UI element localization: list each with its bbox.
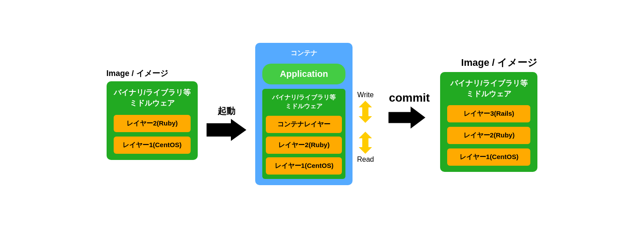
write-group: Write (357, 91, 374, 123)
left-layer-ruby: レイヤー2(Ruby) (114, 115, 191, 132)
write-label: Write (357, 91, 374, 99)
write-arrow-icon (359, 101, 372, 123)
container-layer-centos: レイヤー1(CentOS) (266, 157, 342, 175)
right-image-section-title: Image / イメージ (461, 56, 538, 69)
container-middleware-box: バイナリ/ライブラリ等ミドルウェア コンテナレイヤー レイヤー2(Ruby) レ… (262, 89, 345, 179)
left-layer-centos: レイヤー1(CentOS) (114, 137, 191, 154)
right-image-title: バイナリ/ライブラリ等ミドルウェア (447, 78, 530, 99)
right-image-box: バイナリ/ライブラリ等ミドルウェア レイヤー3(Rails) レイヤー2(Rub… (440, 72, 537, 172)
right-layer-centos: レイヤー1(CentOS) (447, 148, 530, 166)
write-read-area: Write Read (357, 91, 374, 163)
container-section: コンテナ Application バイナリ/ライブラリ等ミドルウェア コンテナレ… (255, 43, 353, 185)
svg-marker-2 (359, 132, 372, 154)
left-image-section: Image / イメージ バイナリ/ライブラリ等ミドルウェア レイヤー2(Rub… (107, 68, 198, 160)
container-layer-container: コンテナレイヤー (266, 116, 342, 133)
start-arrow-icon (207, 119, 246, 141)
right-image-section: Image / イメージ バイナリ/ライブラリ等ミドルウェア レイヤー3(Rai… (440, 56, 537, 172)
svg-marker-3 (389, 106, 426, 129)
commit-label: commit (389, 91, 429, 105)
right-layer-ruby: レイヤー2(Ruby) (447, 127, 530, 144)
commit-arrow-container: commit (387, 91, 431, 133)
svg-marker-0 (207, 119, 246, 141)
start-arrow-container: 起動 (207, 105, 246, 141)
commit-arrow-icon (387, 106, 431, 133)
read-label: Read (357, 156, 374, 163)
read-arrow-icon (359, 132, 372, 154)
start-arrow-label: 起動 (218, 105, 235, 117)
left-image-title: バイナリ/ライブラリ等ミドルウェア (114, 87, 191, 109)
container-title: コンテナ (262, 49, 345, 57)
left-image-section-title: Image / イメージ (107, 68, 168, 79)
diagram: Image / イメージ バイナリ/ライブラリ等ミドルウェア レイヤー2(Rub… (0, 34, 644, 194)
container-layer-ruby: レイヤー2(Ruby) (266, 137, 342, 154)
svg-marker-1 (359, 101, 372, 123)
read-group: Read (357, 132, 374, 163)
container-box: コンテナ Application バイナリ/ライブラリ等ミドルウェア コンテナレ… (255, 43, 353, 185)
right-layer-rails: レイヤー3(Rails) (447, 105, 530, 122)
left-image-box: バイナリ/ライブラリ等ミドルウェア レイヤー2(Ruby) レイヤー1(Cent… (107, 81, 198, 160)
container-middleware-title: バイナリ/ライブラリ等ミドルウェア (266, 93, 342, 110)
app-box: Application (262, 64, 345, 84)
